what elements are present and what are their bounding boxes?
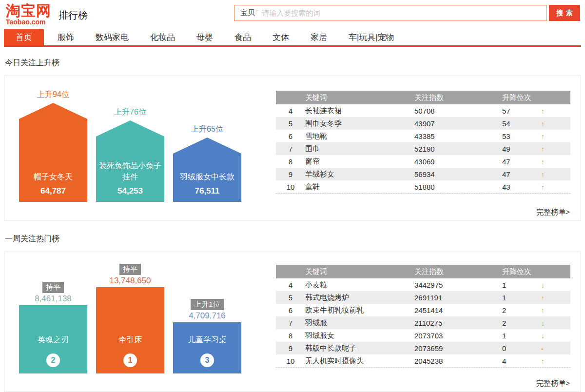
bar-keyword: 羽绒服女中长款	[173, 171, 241, 182]
bar-kids-study-desk[interactable]: 上升1位 4,709,716 儿童学习桌 3	[173, 299, 241, 373]
bar-value: 8,461,138	[19, 294, 87, 304]
bar-keyword: 帽子女冬天	[19, 171, 87, 182]
page-title: 排行榜	[58, 9, 88, 22]
bar-hat-women-winter[interactable]: 上升94位 帽子女冬天 64,787	[19, 103, 87, 202]
search-box: 宝贝 ˇ	[234, 5, 547, 21]
header-keyword: 关键词	[305, 267, 414, 276]
chevron-down-icon: ˇ	[256, 10, 258, 16]
bar-shape: 儿童学习桌 3	[173, 322, 241, 373]
bar-keyword: 牵引床	[96, 335, 164, 345]
change-arrow-icon: ↓	[541, 281, 545, 289]
taobao-logo[interactable]: 淘宝网 Taobao.com	[6, 3, 51, 25]
logo-english: Taobao.com	[6, 19, 51, 25]
bar-shape: 羽绒服女中长款 76,511	[173, 137, 241, 202]
header-change: 升降位次	[502, 267, 570, 276]
change-arrow-icon: ↑	[541, 145, 545, 153]
nav-item-digital[interactable]: 数码家电	[96, 29, 129, 45]
change-arrow-icon: ↑	[541, 158, 545, 166]
table-header: 关键词 关注指数 升降位次	[276, 265, 570, 278]
table-row[interactable]: 6 雪地靴 43385 53 ↑	[276, 130, 570, 142]
change-arrow-icon: -	[541, 345, 544, 353]
nav-item-clothing[interactable]: 服饰	[58, 29, 74, 45]
section-title-weekly: 一周关注热门榜	[5, 234, 585, 244]
bar-value: 64,787	[19, 186, 87, 196]
search-button[interactable]: 搜索	[549, 5, 580, 21]
table-row[interactable]: 7 围巾 52190 49 ↑	[276, 142, 570, 155]
table-row[interactable]: 8 窗帘 43069 47 ↑	[276, 155, 570, 168]
rise-label: 上升76位	[96, 107, 164, 118]
search-category-dropdown[interactable]: 宝贝 ˇ	[234, 8, 262, 18]
header: 淘宝网 Taobao.com 排行榜 宝贝 ˇ 搜索	[0, 0, 585, 29]
table-row[interactable]: 5 围巾女冬季 43907 54 ↑	[276, 117, 570, 130]
bar-value: 4,709,716	[173, 311, 241, 321]
rank-circle: 3	[200, 353, 214, 367]
bar-keyword: 装死兔饰品小兔子挂件	[96, 160, 164, 182]
change-badge: 持平	[119, 264, 141, 275]
full-list-link[interactable]: 完整榜单>	[536, 208, 570, 217]
nav-item-cosmetics[interactable]: 化妆品	[150, 29, 175, 45]
bar-shape: 牵引床 1	[96, 287, 164, 373]
bar-value: 54,253	[96, 186, 164, 196]
table-row[interactable]: 9 羊绒衫女 56934 47 ↑	[276, 168, 570, 180]
change-badge: 持平	[42, 282, 64, 293]
change-arrow-icon: ↑	[541, 183, 545, 191]
bar-shape: 装死兔饰品小兔子挂件 54,253	[96, 120, 164, 202]
table-header: 关键词 关注指数 升降位次	[276, 91, 570, 104]
today-rank-table: 关键词 关注指数 升降位次 4 长袖连衣裙 50708 57 ↑ 5 围巾女冬季…	[276, 91, 570, 194]
bar-keyword: 英魂之刃	[19, 335, 87, 345]
nav-item-home-goods[interactable]: 家居	[311, 29, 327, 45]
full-list-link[interactable]: 完整榜单>	[536, 379, 570, 388]
nav-item-food[interactable]: 食品	[234, 29, 251, 45]
header-index: 关注指数	[414, 267, 502, 276]
table-row[interactable]: 8 羽绒服女 2073703 1 ↓	[276, 329, 570, 342]
bar-value: 76,511	[173, 186, 241, 196]
bar-rabbit-pendant[interactable]: 上升76位 装死兔饰品小兔子挂件 54,253	[96, 120, 164, 202]
search-input[interactable]	[262, 6, 546, 20]
header-index: 关注指数	[414, 93, 502, 102]
search-category-label: 宝贝	[240, 8, 255, 18]
change-arrow-icon: ↑	[541, 357, 545, 365]
section-title-today: 今日关注上升榜	[5, 58, 585, 68]
bar-shape: 英魂之刃 2	[19, 305, 87, 373]
table-row[interactable]: 10 无人机实时摄像头 2045238 4 ↑	[276, 354, 570, 367]
search-bar: 宝贝 ˇ 搜索	[234, 5, 580, 21]
table-row[interactable]: 6 欧束牛初乳妆前乳 2451414 2 ↑	[276, 304, 570, 316]
nav-item-baby[interactable]: 母婴	[196, 29, 213, 45]
today-rising-panel: 上升94位 帽子女冬天 64,787 上升76位 装死兔饰品小兔子挂件 54,2…	[4, 76, 581, 221]
change-arrow-icon: ↑	[541, 307, 545, 314]
bar-down-jacket[interactable]: 上升65位 羽绒服女中长款 76,511	[173, 137, 241, 202]
table-row[interactable]: 7 羽绒服 2110275 2 ↓	[276, 316, 570, 329]
bar-shape: 帽子女冬天 64,787	[19, 103, 87, 202]
bar-keyword: 儿童学习桌	[173, 335, 241, 345]
change-arrow-icon: ↑	[541, 171, 545, 178]
nav-item-stationery[interactable]: 文体	[273, 29, 289, 45]
change-arrow-icon: ↑	[541, 107, 545, 115]
change-arrow-icon: ↑	[541, 294, 545, 302]
header-keyword: 关键词	[305, 93, 414, 102]
nav-item-car-toys-pets[interactable]: 车|玩具|宠物	[349, 29, 394, 45]
table-row[interactable]: 9 韩版中长款呢子 2073659 0 -	[276, 342, 570, 354]
rank-circle: 2	[46, 353, 60, 367]
rise-label: 上升94位	[19, 90, 87, 100]
category-nav: 首页 服饰 数码家电 化妆品 母婴 食品 文体 家居 车|玩具|宠物	[4, 29, 581, 47]
bar-traction-bed[interactable]: 持平 13,748,650 牵引床 1	[96, 264, 164, 373]
change-arrow-icon: ↓	[541, 319, 545, 327]
table-row[interactable]: 10 童鞋 51880 43 ↑	[276, 180, 570, 193]
weekly-hot-panel: 持平 8,461,138 英魂之刃 2 持平 13,748,650 牵引床 1 …	[4, 252, 581, 392]
table-row[interactable]: 4 长袖连衣裙 50708 57 ↑	[276, 104, 570, 117]
header-change: 升降位次	[502, 93, 570, 102]
change-arrow-icon: ↑	[541, 120, 545, 128]
bar-yinghun-blade[interactable]: 持平 8,461,138 英魂之刃 2	[19, 282, 87, 373]
nav-item-home[interactable]: 首页	[4, 29, 44, 45]
change-badge: 上升1位	[191, 299, 223, 310]
change-arrow-icon: ↓	[541, 332, 545, 340]
rank-circle: 1	[123, 353, 137, 367]
rise-label: 上升65位	[173, 124, 241, 135]
bar-value: 13,748,650	[96, 276, 164, 286]
logo-chinese: 淘宝网	[6, 3, 51, 18]
table-row[interactable]: 4 小麦粒 3442975 1 ↓	[276, 278, 570, 291]
table-row[interactable]: 5 韩式电烧烤炉 2691191 1 ↑	[276, 291, 570, 304]
weekly-rank-table: 关键词 关注指数 升降位次 4 小麦粒 3442975 1 ↓ 5 韩式电烧烤炉…	[276, 265, 570, 368]
change-arrow-icon: ↑	[541, 133, 545, 140]
